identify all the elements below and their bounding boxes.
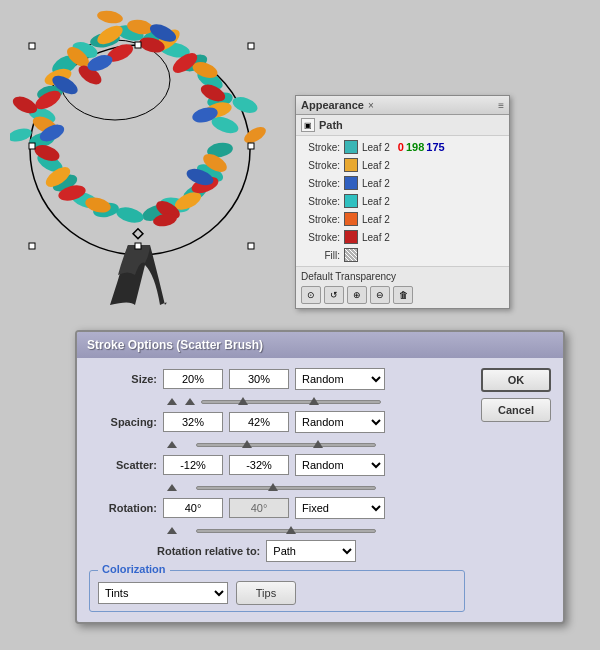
stroke-label-2: Stroke:: [302, 160, 340, 171]
stroke-color-1[interactable]: [344, 140, 358, 154]
stroke-val-blue: 175: [426, 141, 444, 153]
svg-rect-66: [248, 243, 254, 249]
stroke-options-dialog: Stroke Options (Scatter Brush) Size: Ran…: [75, 330, 565, 624]
rotation-label: Rotation:: [89, 502, 157, 514]
stroke-color-5[interactable]: [344, 212, 358, 226]
rotation-slider-track[interactable]: [196, 529, 376, 533]
scatter-slider-thumb-min[interactable]: [268, 483, 278, 491]
tree-illustration: [10, 5, 290, 320]
spacing-slider-track[interactable]: [196, 443, 376, 447]
rotation-slider-thumb[interactable]: [286, 526, 296, 534]
spacing-slider-row: [89, 441, 465, 448]
size-slider-row: [89, 398, 465, 405]
stroke-name-5: Leaf 2: [362, 214, 390, 225]
stroke-row-2: Stroke: Leaf 2: [296, 156, 509, 174]
appearance-toolbar: ⊙ ↺ ⊕ ⊖ 🗑: [301, 286, 504, 304]
appearance-menu-icon[interactable]: ≡: [498, 100, 504, 111]
spacing-min-input[interactable]: [163, 412, 223, 432]
scatter-row: Scatter: Random: [89, 454, 465, 476]
path-label: Path: [319, 119, 343, 131]
stroke-values-1: 0 198 175: [398, 141, 445, 153]
scatter-max-input[interactable]: [229, 455, 289, 475]
spacing-method-select[interactable]: Random: [295, 411, 385, 433]
scatter-slider-track[interactable]: [196, 486, 376, 490]
svg-rect-61: [135, 42, 141, 48]
stroke-label-3: Stroke:: [302, 178, 340, 189]
stroke-options-form: Size: Random: [89, 368, 465, 612]
tips-button[interactable]: Tips: [236, 581, 296, 605]
appearance-close-button[interactable]: ×: [368, 100, 374, 111]
svg-rect-62: [135, 243, 141, 249]
size-max-input[interactable]: [229, 369, 289, 389]
ap-btn-2[interactable]: ↺: [324, 286, 344, 304]
stroke-label-5: Stroke:: [302, 214, 340, 225]
rotation-arrow-up: [167, 527, 177, 534]
dialog-buttons: OK Cancel: [481, 368, 551, 612]
stroke-val-green: 198: [406, 141, 424, 153]
stroke-color-3[interactable]: [344, 176, 358, 190]
ok-button[interactable]: OK: [481, 368, 551, 392]
colorization-method-select[interactable]: Tints: [98, 582, 228, 604]
svg-rect-60: [248, 143, 254, 149]
rotation-relative-select[interactable]: Path: [266, 540, 356, 562]
rotation-min-input[interactable]: [163, 498, 223, 518]
svg-point-57: [96, 9, 124, 25]
rotation-arrow-indicators: [167, 527, 177, 534]
svg-rect-67: [133, 229, 143, 239]
spacing-slider-thumb-min[interactable]: [242, 440, 252, 448]
size-method-select[interactable]: Random: [295, 368, 385, 390]
fill-swatch[interactable]: [344, 248, 358, 262]
size-slider-thumb-max[interactable]: [309, 397, 319, 405]
stroke-name-4: Leaf 2: [362, 196, 390, 207]
size-slider-track[interactable]: [201, 400, 381, 404]
size-slider-thumb-min[interactable]: [238, 397, 248, 405]
stroke-color-2[interactable]: [344, 158, 358, 172]
fill-label: Fill:: [302, 250, 340, 261]
cancel-button[interactable]: Cancel: [481, 398, 551, 422]
spacing-label: Spacing:: [89, 416, 157, 428]
scatter-arrow-indicators: [167, 484, 177, 491]
appearance-panel: Appearance × ≡ ▣ Path Stroke: Leaf 2 0 1…: [295, 95, 510, 309]
scatter-label: Scatter:: [89, 459, 157, 471]
rotation-relative-row: Rotation relative to: Path: [157, 540, 465, 562]
stroke-label-6: Stroke:: [302, 232, 340, 243]
ap-btn-3[interactable]: ⊕: [347, 286, 367, 304]
stroke-row-1: Stroke: Leaf 2 0 198 175: [296, 138, 509, 156]
appearance-title: Appearance: [301, 99, 364, 111]
path-icon: ▣: [301, 118, 315, 132]
scatter-slider-row: [89, 484, 465, 491]
size-arrow-indicators: [167, 398, 195, 405]
spacing-max-input[interactable]: [229, 412, 289, 432]
svg-point-17: [115, 205, 146, 226]
stroke-val-red: 0: [398, 141, 404, 153]
rotation-max-input: [229, 498, 289, 518]
stroke-dialog-title: Stroke Options (Scatter Brush): [77, 332, 563, 358]
stroke-label-1: Stroke:: [302, 142, 340, 153]
spacing-arrow-up: [167, 441, 177, 448]
stroke-color-4[interactable]: [344, 194, 358, 208]
size-min-input[interactable]: [163, 369, 223, 389]
stroke-row-5: Stroke: Leaf 2: [296, 210, 509, 228]
spacing-arrow-indicators: [167, 441, 177, 448]
rotation-method-select[interactable]: Fixed: [295, 497, 385, 519]
ap-btn-5[interactable]: 🗑: [393, 286, 413, 304]
colorization-inner: Tints Tips: [98, 581, 456, 605]
size-arrow-up-1: [167, 398, 177, 405]
tree-canvas: [0, 0, 290, 320]
scatter-min-input[interactable]: [163, 455, 223, 475]
appearance-titlebar: Appearance × ≡: [296, 96, 509, 115]
colorization-legend: Colorization: [98, 563, 170, 575]
scatter-method-select[interactable]: Random: [295, 454, 385, 476]
appearance-path-row: ▣ Path: [296, 115, 509, 136]
svg-rect-59: [29, 143, 35, 149]
scatter-arrow-up: [167, 484, 177, 491]
spacing-row: Spacing: Random: [89, 411, 465, 433]
svg-rect-65: [29, 243, 35, 249]
svg-point-54: [242, 124, 269, 146]
appearance-rows: Stroke: Leaf 2 0 198 175 Stroke: Leaf 2 …: [296, 136, 509, 266]
ap-btn-4[interactable]: ⊖: [370, 286, 390, 304]
spacing-slider-thumb-max[interactable]: [313, 440, 323, 448]
ap-btn-1[interactable]: ⊙: [301, 286, 321, 304]
stroke-row-3: Stroke: Leaf 2: [296, 174, 509, 192]
stroke-color-6[interactable]: [344, 230, 358, 244]
